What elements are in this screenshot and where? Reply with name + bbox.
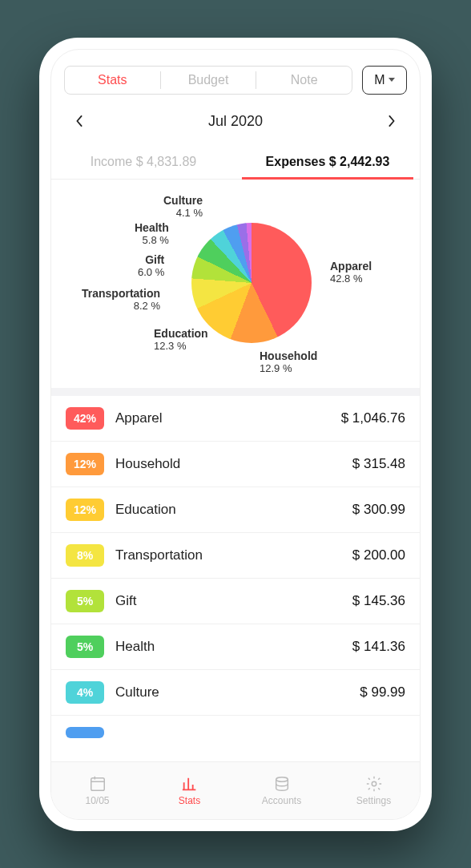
pie-chart-area: Culture 4.1 % Health 5.8 % Gift 6.0 % Tr… [51, 180, 420, 396]
category-name: Apparel [115, 410, 341, 426]
category-name: Health [115, 639, 352, 655]
percent-badge: 12% [66, 453, 104, 475]
category-row[interactable]: 8%Transportation$ 200.00 [51, 533, 420, 579]
pie-label-education-name: Education [154, 327, 208, 341]
chevron-right-icon [386, 115, 397, 127]
nav-settings-label: Settings [356, 795, 391, 806]
month-label: Jul 2020 [208, 113, 263, 130]
percent-badge: 4% [66, 681, 104, 704]
tab-expenses-label: Expenses $ 2,442.93 [266, 155, 390, 168]
period-selector-label: M [374, 73, 384, 87]
pie-label-health-name: Health [135, 221, 169, 235]
pie-label-household-pct: 12.9 % [260, 362, 292, 374]
tab-expenses[interactable]: Expenses $ 2,442.93 [235, 147, 420, 179]
pie-label-apparel-name: Apparel [330, 260, 372, 273]
pie-label-apparel-pct: 42.8 % [330, 273, 362, 285]
percent-badge: 8% [66, 544, 104, 567]
percent-badge: 42% [66, 407, 104, 430]
pie-label-transport-pct: 8.2 % [134, 300, 160, 312]
tab-income[interactable]: Income $ 4,831.89 [51, 147, 235, 179]
pie-label-health-pct: 5.8 % [143, 234, 169, 246]
gear-icon [364, 774, 384, 793]
svg-point-8 [372, 781, 376, 786]
category-amount: $ 145.36 [352, 593, 405, 609]
category-list: 42%Apparel$ 1,046.7612%Household$ 315.48… [51, 396, 420, 761]
category-row[interactable]: 5%Gift$ 145.36 [51, 579, 420, 624]
tab-stats[interactable]: Stats [65, 67, 160, 94]
nav-accounts-label: Accounts [262, 795, 301, 806]
nav-accounts[interactable]: Accounts [235, 762, 328, 819]
bar-chart-icon [180, 774, 199, 793]
category-row[interactable]: 42%Apparel$ 1,046.76 [51, 396, 420, 442]
pie-label-transport-name: Transportation [82, 287, 160, 301]
category-amount: $ 300.99 [352, 502, 405, 518]
pie-label-household-name: Household [260, 349, 317, 363]
chevron-left-icon [74, 115, 85, 127]
percent-badge: 5% [66, 590, 104, 612]
pie-label-culture-pct: 4.1 % [176, 207, 203, 219]
category-amount: $ 1,046.76 [341, 410, 405, 426]
tab-income-label: Income $ 4,831.89 [91, 155, 197, 168]
period-selector-button[interactable]: M [362, 66, 407, 95]
tab-budget[interactable]: Budget [161, 67, 256, 94]
pie-chart[interactable] [191, 223, 312, 343]
category-amount: $ 141.36 [352, 639, 405, 655]
category-name: Education [115, 502, 352, 518]
svg-point-7 [276, 777, 288, 782]
percent-badge: 12% [66, 499, 104, 521]
nav-stats[interactable]: Stats [143, 762, 235, 819]
category-row[interactable]: 5%Health$ 141.36 [51, 624, 420, 670]
nav-today-label: 10/05 [85, 795, 109, 806]
svg-rect-0 [91, 778, 104, 791]
category-row[interactable] [51, 716, 420, 749]
category-name: Gift [115, 593, 352, 609]
view-segmented-control: Stats Budget Note [64, 66, 352, 95]
percent-badge [66, 727, 104, 738]
nav-settings[interactable]: Settings [328, 762, 420, 819]
pie-label-gift-name: Gift [138, 253, 164, 267]
category-name: Culture [115, 684, 360, 700]
pie-label-gift-pct: 6.0 % [138, 266, 164, 278]
category-name: Transportation [115, 547, 352, 563]
category-amount: $ 200.00 [352, 547, 405, 563]
tab-stats-label: Stats [98, 73, 127, 87]
bottom-nav: 10/05 Stats Accounts Settings [51, 761, 420, 819]
tab-budget-label: Budget [188, 73, 229, 87]
category-row[interactable]: 12%Education$ 300.99 [51, 487, 420, 533]
coins-icon [272, 774, 292, 793]
percent-badge: 5% [66, 636, 104, 658]
pie-label-culture-name: Culture [163, 194, 203, 208]
tab-note-label: Note [291, 73, 318, 87]
category-row[interactable]: 4%Culture$ 99.99 [51, 670, 420, 716]
nav-stats-label: Stats [179, 795, 200, 806]
chevron-down-icon [388, 78, 395, 82]
prev-month-button[interactable] [69, 107, 90, 135]
pie-label-education-pct: 12.3 % [154, 340, 186, 352]
next-month-button[interactable] [381, 107, 402, 135]
category-row[interactable]: 12%Household$ 315.48 [51, 442, 420, 487]
category-name: Household [115, 456, 352, 472]
category-amount: $ 315.48 [352, 456, 405, 472]
calendar-icon [88, 774, 107, 793]
tab-note[interactable]: Note [256, 67, 352, 94]
nav-today[interactable]: 10/05 [51, 762, 143, 819]
category-amount: $ 99.99 [360, 684, 405, 700]
